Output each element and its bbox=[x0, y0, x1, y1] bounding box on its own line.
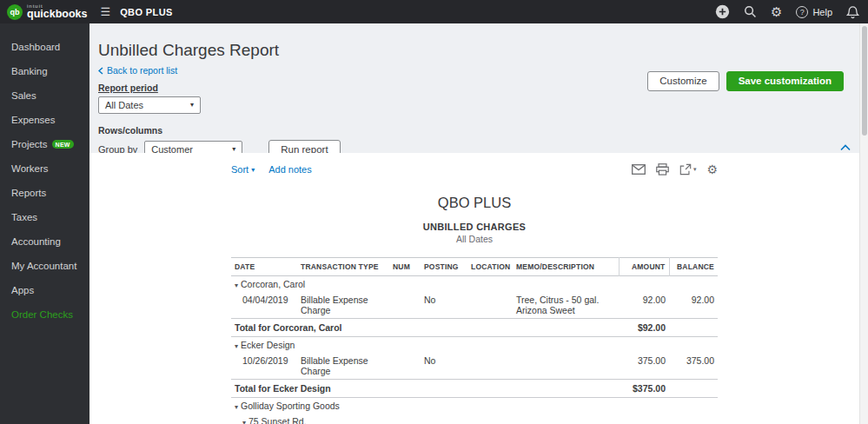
total-balance bbox=[669, 319, 718, 337]
quickbooks-label: quickbooks bbox=[27, 9, 87, 20]
column-header-memo-description: MEMO/DESCRIPTION bbox=[513, 258, 619, 276]
vertical-scrollbar[interactable] bbox=[859, 23, 868, 424]
plus-icon[interactable] bbox=[715, 4, 730, 19]
report-row-total: Total for Corcoran, Carol$92.00 bbox=[231, 319, 718, 337]
sidebar-item-label: Expenses bbox=[11, 115, 56, 125]
report-card: Sort ▾ Add notes ▾ ⚙ bbox=[89, 153, 859, 424]
sidebar-item-reports[interactable]: Reports bbox=[0, 181, 89, 205]
sidebar-item-my-accountant[interactable]: My Accountant bbox=[0, 254, 89, 278]
main-content: Unbilled Charges Report Back to report l… bbox=[89, 23, 859, 424]
group-cell: ▾75 Sunset Rd. bbox=[231, 414, 718, 424]
customize-button[interactable]: Customize bbox=[647, 71, 719, 91]
group-cell: ▾Corcoran, Carol bbox=[231, 276, 718, 293]
printer-icon[interactable] bbox=[656, 163, 669, 176]
report-table-body: ▾Corcoran, Carol04/04/2019Billable Expen… bbox=[231, 276, 718, 424]
sidebar-item-taxes[interactable]: Taxes bbox=[0, 205, 89, 229]
sidebar-item-order-checks[interactable]: Order Checks bbox=[0, 302, 89, 327]
new-badge: NEW bbox=[52, 140, 74, 149]
back-link-label: Back to report list bbox=[107, 65, 177, 76]
chevron-down-icon: ▾ bbox=[232, 145, 235, 153]
report-controls: Unbilled Charges Report Back to report l… bbox=[89, 23, 859, 153]
chevron-down-icon: ▾ bbox=[251, 166, 255, 174]
sidebar-item-label: Order Checks bbox=[11, 309, 73, 320]
group-cell: ▾Golliday Sporting Goods bbox=[231, 398, 718, 414]
report-toolbar: Sort ▾ Add notes ▾ ⚙ bbox=[231, 163, 718, 176]
help-menu[interactable]: ? Help bbox=[796, 6, 832, 18]
help-label: Help bbox=[812, 7, 832, 17]
report-title: UNBILLED CHARGES bbox=[231, 222, 718, 232]
menu-icon[interactable]: ☰ bbox=[100, 6, 110, 17]
group-label: Corcoran, Carol bbox=[241, 279, 305, 289]
sidebar-item-label: Reports bbox=[11, 188, 46, 198]
company-name: QBO PLUS bbox=[120, 7, 173, 17]
quickbooks-logo[interactable]: qb intuit quickbooks bbox=[0, 3, 87, 20]
group-cell: ▾Ecker Design bbox=[231, 337, 718, 354]
collapse-group-icon[interactable]: ▾ bbox=[235, 282, 238, 289]
sidebar-item-workers[interactable]: Workers bbox=[0, 156, 89, 181]
qb-logo-icon: qb bbox=[7, 4, 23, 20]
chevron-down-icon: ▾ bbox=[190, 101, 194, 109]
memo-cell bbox=[513, 353, 619, 380]
report-row-group[interactable]: ▾Golliday Sporting Goods bbox=[231, 398, 718, 414]
total-balance bbox=[669, 380, 718, 398]
sidebar-item-apps[interactable]: Apps bbox=[0, 278, 89, 302]
date-cell: 04/04/2019 bbox=[231, 292, 297, 319]
sidebar-item-expenses[interactable]: Expenses bbox=[0, 108, 89, 132]
total-label: Total for Corcoran, Carol bbox=[231, 319, 619, 337]
rows-columns-label: Rows/columns bbox=[98, 125, 859, 136]
sort-dropdown[interactable]: Sort ▾ bbox=[231, 164, 255, 175]
group-label: Golliday Sporting Goods bbox=[241, 401, 340, 411]
report-period-dropdown[interactable]: All Dates ▾ bbox=[98, 96, 201, 114]
top-navbar: qb intuit quickbooks ☰ QBO PLUS ⚙ ? Help bbox=[0, 0, 868, 23]
search-icon[interactable] bbox=[744, 5, 757, 18]
sidebar-item-sales[interactable]: Sales bbox=[0, 83, 89, 108]
balance-cell: 375.00 bbox=[669, 353, 718, 380]
sidebar-item-label: My Accountant bbox=[11, 261, 76, 271]
export-icon[interactable]: ▾ bbox=[679, 163, 697, 176]
total-amount: $375.00 bbox=[619, 380, 669, 398]
notification-bell-icon[interactable] bbox=[846, 5, 859, 19]
back-to-report-list-link[interactable]: Back to report list bbox=[98, 65, 177, 76]
sidebar-item-label: Dashboard bbox=[11, 42, 60, 52]
report-row-data[interactable]: 10/26/2019Billable Expense ChargeNo375.0… bbox=[231, 353, 718, 380]
posting-cell: No bbox=[421, 292, 467, 319]
report-row-group[interactable]: ▾75 Sunset Rd. bbox=[231, 414, 718, 424]
sidebar-item-dashboard[interactable]: Dashboard bbox=[0, 35, 89, 59]
sidebar-item-label: Apps bbox=[11, 285, 34, 295]
collapse-group-icon[interactable]: ▾ bbox=[235, 403, 238, 411]
gear-icon[interactable]: ⚙ bbox=[771, 5, 782, 18]
help-icon: ? bbox=[796, 6, 808, 18]
sidebar-nav: DashboardBankingSalesExpensesProjectsNEW… bbox=[0, 23, 89, 424]
total-label: Total for Ecker Design bbox=[231, 380, 619, 398]
scrollbar-thumb[interactable] bbox=[862, 26, 867, 136]
report-row-group[interactable]: ▾Corcoran, Carol bbox=[231, 276, 718, 293]
transaction-type-cell: Billable Expense Charge bbox=[297, 353, 389, 380]
collapse-group-icon[interactable]: ▾ bbox=[242, 419, 246, 424]
settings-gear-icon[interactable]: ⚙ bbox=[706, 163, 718, 176]
num-cell bbox=[389, 353, 421, 380]
report-subtitle: All Dates bbox=[231, 234, 718, 244]
report-company-name: QBO PLUS bbox=[231, 195, 718, 211]
save-customization-button[interactable]: Save customization bbox=[726, 71, 844, 91]
email-icon[interactable] bbox=[632, 164, 646, 175]
report-table: DATETRANSACTION TYPENUMPOSTINGLOCATIONME… bbox=[231, 257, 718, 424]
page-title: Unbilled Charges Report bbox=[98, 41, 859, 60]
memo-cell: Tree, Citrus - 50 gal. Arizona Sweet bbox=[513, 292, 619, 319]
sidebar-item-accounting[interactable]: Accounting bbox=[0, 229, 89, 254]
group-label: 75 Sunset Rd. bbox=[248, 416, 307, 424]
report-row-data[interactable]: 04/04/2019Billable Expense ChargeNoTree,… bbox=[231, 292, 718, 319]
collapse-group-icon[interactable]: ▾ bbox=[235, 342, 238, 350]
amount-cell: 92.00 bbox=[619, 292, 669, 319]
sidebar-item-projects[interactable]: ProjectsNEW bbox=[0, 132, 89, 156]
period-value: All Dates bbox=[105, 100, 143, 110]
column-header-posting: POSTING bbox=[421, 258, 467, 276]
total-amount: $92.00 bbox=[619, 319, 669, 337]
add-notes-link[interactable]: Add notes bbox=[268, 164, 312, 175]
num-cell bbox=[389, 292, 421, 319]
sidebar-item-label: Accounting bbox=[11, 236, 61, 247]
location-cell bbox=[467, 292, 513, 319]
report-row-group[interactable]: ▾Ecker Design bbox=[231, 337, 718, 354]
sidebar-item-banking[interactable]: Banking bbox=[0, 59, 89, 83]
report-row-total: Total for Ecker Design$375.00 bbox=[231, 380, 718, 398]
amount-cell: 375.00 bbox=[619, 353, 669, 380]
